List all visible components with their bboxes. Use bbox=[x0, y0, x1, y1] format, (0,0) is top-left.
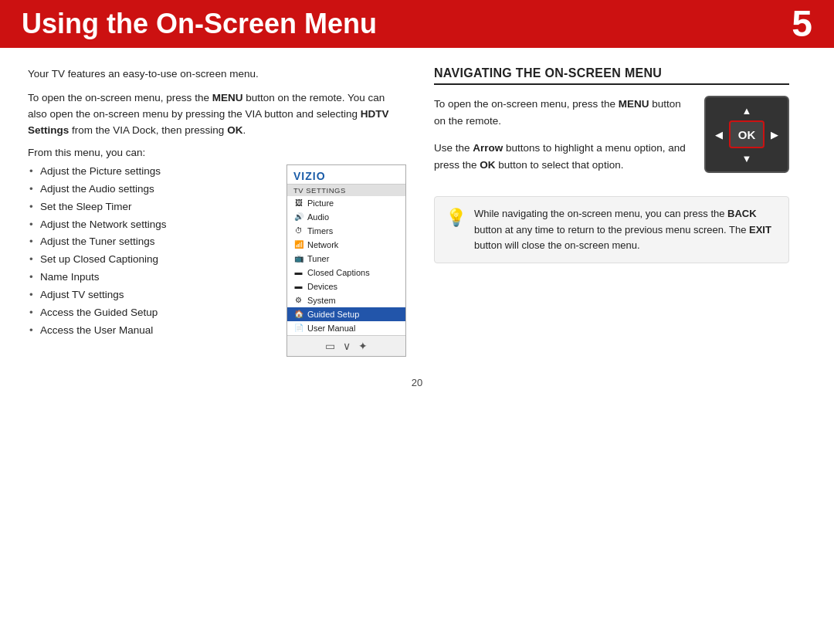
menu-bottom-icon-3: ✦ bbox=[358, 340, 368, 352]
page-header: Using the On-Screen Menu 5 bbox=[0, 0, 834, 48]
remote-ok-graphic: ▲ ◀ OK ▶ ▼ bbox=[704, 96, 789, 173]
arrow-down-icon: ▼ bbox=[729, 148, 764, 168]
arrow-right-icon: ▶ bbox=[764, 120, 785, 148]
main-content: Your TV features an easy-to-use on-scree… bbox=[0, 48, 834, 369]
right-column: NAVIGATING THE ON-SCREEN MENU To open th… bbox=[434, 66, 789, 357]
tv-menu-bottom-bar: ▭ ∨ ✦ bbox=[287, 335, 405, 356]
tv-menu-section-label: TV SETTINGS bbox=[287, 185, 405, 196]
tv-menu-item-picture: 🖼 Picture bbox=[287, 196, 405, 210]
list-item: Adjust the Network settings bbox=[28, 216, 273, 234]
tv-menu-item-devices: ▬ Devices bbox=[287, 280, 405, 293]
tv-menu-logo: VIZIO bbox=[287, 165, 405, 185]
page-number: 20 bbox=[0, 377, 834, 395]
list-item: Access the User Manual bbox=[28, 322, 273, 340]
arrow-left-icon: ◀ bbox=[709, 120, 729, 148]
section-title: NAVIGATING THE ON-SCREEN MENU bbox=[434, 66, 789, 85]
open-menu-text: To open the on-screen menu, press the ME… bbox=[434, 96, 690, 184]
list-item: Set up Closed Captioning bbox=[28, 251, 273, 269]
user-manual-icon: 📄 bbox=[293, 323, 303, 333]
bullet-list: Adjust the Picture settings Adjust the A… bbox=[28, 163, 273, 357]
menu-bottom-icon-1: ▭ bbox=[325, 340, 335, 352]
list-item: Access the Guided Setup bbox=[28, 304, 273, 322]
list-item: Set the Sleep Timer bbox=[28, 198, 273, 216]
list-item: Adjust the Picture settings bbox=[28, 163, 273, 181]
tv-menu-item-audio: 🔊 Audio bbox=[287, 210, 405, 224]
tuner-icon: 📺 bbox=[293, 253, 303, 263]
audio-icon: 🔊 bbox=[293, 212, 303, 222]
list-item: Adjust TV settings bbox=[28, 286, 273, 304]
tv-menu-item-captions: ▬ Closed Captions bbox=[287, 266, 405, 280]
menu-bottom-icon-2: ∨ bbox=[343, 340, 351, 352]
from-menu-label: From this menu, you can: bbox=[28, 147, 406, 158]
list-item: Adjust the Audio settings bbox=[28, 181, 273, 198]
page-title: Using the On-Screen Menu bbox=[22, 8, 377, 40]
network-icon: 📶 bbox=[293, 239, 303, 249]
left-lower: Adjust the Picture settings Adjust the A… bbox=[28, 163, 406, 357]
tv-menu-item-user-manual: 📄 User Manual bbox=[287, 321, 405, 335]
system-icon: ⚙ bbox=[293, 295, 303, 305]
info-text: While navigating the on-screen menu, you… bbox=[474, 206, 778, 253]
tv-menu-item-tuner: 📺 Tuner bbox=[287, 252, 405, 266]
info-box: 💡 While navigating the on-screen menu, y… bbox=[434, 196, 789, 263]
lightbulb-icon: 💡 bbox=[446, 208, 466, 253]
ok-button: OK bbox=[729, 120, 764, 148]
tv-menu-screenshot: VIZIO TV SETTINGS 🖼 Picture 🔊 Audio ⏱ Ti… bbox=[286, 164, 406, 357]
chapter-number: 5 bbox=[792, 5, 812, 42]
intro-para-1: Your TV features an easy-to-use on-scree… bbox=[28, 66, 406, 83]
arrow-up-icon: ▲ bbox=[729, 100, 764, 120]
timers-icon: ⏱ bbox=[293, 225, 303, 236]
guided-setup-icon: 🏠 bbox=[293, 309, 303, 319]
tv-menu-item-system: ⚙ System bbox=[287, 293, 405, 307]
tv-menu-item-network: 📶 Network bbox=[287, 238, 405, 252]
left-column: Your TV features an easy-to-use on-scree… bbox=[28, 66, 406, 357]
nav-row-top: To open the on-screen menu, press the ME… bbox=[434, 96, 789, 184]
picture-icon: 🖼 bbox=[293, 198, 303, 208]
tv-menu-item-timers: ⏱ Timers bbox=[287, 224, 405, 238]
list-item: Name Inputs bbox=[28, 269, 273, 286]
intro-para-2: To open the on-screen menu, press the ME… bbox=[28, 90, 406, 139]
devices-icon: ▬ bbox=[293, 281, 303, 291]
tv-menu-item-guided-setup: 🏠 Guided Setup bbox=[287, 307, 405, 321]
captions-icon: ▬ bbox=[293, 267, 303, 277]
list-item: Adjust the Tuner settings bbox=[28, 233, 273, 251]
